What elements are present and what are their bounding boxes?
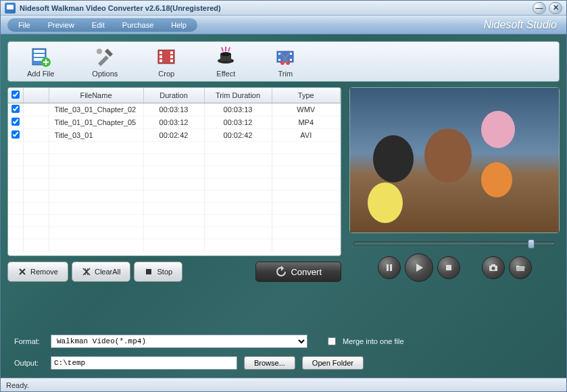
menu-preview[interactable]: Preview	[45, 20, 77, 30]
camera-icon	[489, 264, 498, 272]
convert-icon	[275, 266, 287, 278]
svg-rect-28	[491, 264, 495, 266]
effect-button[interactable]: Effect	[209, 45, 242, 79]
trim-button[interactable]: Trim	[269, 45, 301, 79]
cell-type: MP4	[272, 116, 341, 129]
tool-label: Add File	[27, 70, 54, 78]
file-table: FileName Duration Trim Duration Type Tit…	[7, 87, 341, 256]
seek-slider[interactable]	[353, 241, 556, 245]
svg-rect-1	[34, 50, 45, 53]
cell-filename: Title_03_01_Chapter_02	[49, 103, 143, 116]
svg-point-5	[97, 49, 102, 54]
video-preview[interactable]	[349, 87, 560, 233]
app-icon	[5, 3, 16, 14]
merge-checkbox[interactable]	[328, 337, 336, 345]
menu-file[interactable]: File	[16, 20, 33, 30]
cell-filename: Title_01_01_Chapter_05	[49, 116, 143, 129]
tool-label: Options	[92, 70, 118, 78]
col-duration[interactable]: Duration	[143, 88, 204, 103]
cell-type: AVI	[272, 129, 341, 142]
add-file-icon	[30, 46, 51, 68]
svg-rect-9	[159, 59, 162, 62]
clear-icon	[82, 267, 91, 276]
format-label: Format:	[14, 337, 44, 345]
remove-button[interactable]: Remove	[7, 262, 68, 282]
play-icon	[414, 262, 424, 273]
remove-label: Remove	[30, 268, 58, 276]
table-row[interactable]: Title_01_01_Chapter_0500:03:1200:03:12MP…	[8, 116, 341, 129]
svg-rect-10	[170, 51, 173, 54]
titlebar: Nidesoft Walkman Video Converter v2.6.18…	[1, 1, 566, 16]
menu-edit[interactable]: Edit	[89, 20, 107, 30]
tool-label: Crop	[158, 70, 174, 78]
merge-label: Merge into one file	[343, 337, 404, 345]
col-trim[interactable]: Trim Duration	[204, 88, 272, 103]
table-row[interactable]: Title_03_01_Chapter_0200:03:1300:03:13WM…	[8, 103, 341, 116]
browse-button[interactable]: Browse...	[244, 356, 295, 370]
svg-rect-7	[159, 51, 162, 54]
svg-rect-18	[278, 59, 280, 61]
convert-label: Convert	[291, 267, 322, 277]
effect-icon	[215, 46, 237, 68]
play-button[interactable]	[405, 253, 433, 282]
playback-stop-button[interactable]	[437, 256, 460, 279]
table-row[interactable]: Title_03_0100:02:4200:02:42AVI	[8, 129, 341, 142]
crop-button[interactable]: Crop	[150, 45, 182, 79]
svg-rect-19	[290, 53, 292, 55]
svg-point-15	[220, 52, 231, 56]
cell-type: WMV	[272, 103, 341, 116]
minimize-button[interactable]: —	[533, 2, 546, 14]
clear-label: ClearAll	[95, 268, 121, 276]
svg-rect-20	[290, 59, 292, 61]
menubar: File Preview Edit Purchase Help Nidesoft…	[1, 16, 566, 34]
svg-point-29	[491, 267, 495, 270]
svg-rect-24	[387, 264, 389, 271]
snapshot-button[interactable]	[482, 256, 505, 279]
pause-button[interactable]	[378, 256, 401, 279]
svg-rect-17	[278, 53, 280, 55]
row-checkbox[interactable]	[11, 118, 20, 126]
col-filename[interactable]: FileName	[49, 88, 143, 103]
tool-label: Trim	[278, 70, 293, 78]
menu-purchase[interactable]: Purchase	[120, 20, 156, 30]
row-checkbox[interactable]	[11, 105, 20, 113]
svg-rect-25	[390, 264, 392, 271]
x-icon	[18, 267, 27, 276]
format-select[interactable]: Walkman Video(*.mp4)	[51, 335, 307, 348]
svg-rect-12	[170, 59, 173, 62]
select-all-checkbox[interactable]	[11, 91, 20, 99]
cell-duration: 00:03:12	[143, 116, 204, 129]
svg-rect-23	[146, 269, 151, 274]
app-window: Nidesoft Walkman Video Converter v2.6.18…	[0, 0, 567, 392]
clear-all-button[interactable]: ClearAll	[72, 262, 131, 282]
brand-text: Nidesoft Studio	[483, 19, 557, 31]
open-snapshot-folder-button[interactable]	[509, 256, 532, 279]
statusbar: Ready.	[1, 378, 566, 391]
tool-label: Effect	[216, 70, 235, 78]
svg-rect-2	[34, 54, 45, 57]
convert-button[interactable]: Convert	[255, 262, 341, 282]
cell-trim: 00:03:13	[204, 103, 272, 116]
main-area: Add File Options Crop Effect Trim	[1, 34, 566, 378]
stop-button[interactable]: Stop	[134, 262, 182, 282]
col-type[interactable]: Type	[272, 88, 341, 103]
row-checkbox[interactable]	[11, 130, 20, 139]
cell-duration: 00:03:13	[143, 103, 204, 116]
trim-icon	[274, 46, 296, 68]
seek-thumb[interactable]	[528, 239, 535, 249]
close-button[interactable]: ✕	[549, 2, 562, 14]
window-title: Nidesoft Walkman Video Converter v2.6.18…	[20, 4, 533, 12]
toolbar: Add File Options Crop Effect Trim	[7, 41, 560, 82]
menu-help[interactable]: Help	[168, 20, 189, 30]
svg-rect-26	[446, 265, 451, 270]
svg-rect-8	[159, 55, 162, 58]
output-path-input[interactable]	[51, 356, 237, 370]
add-file-button[interactable]: Add File	[22, 45, 59, 79]
stop-icon	[144, 267, 153, 276]
output-label: Output:	[14, 359, 44, 367]
status-text: Ready.	[6, 381, 29, 389]
folder-open-icon	[516, 264, 525, 272]
cell-filename: Title_03_01	[49, 129, 143, 142]
options-button[interactable]: Options	[87, 45, 123, 79]
open-folder-button[interactable]: Open Folder	[302, 356, 364, 370]
